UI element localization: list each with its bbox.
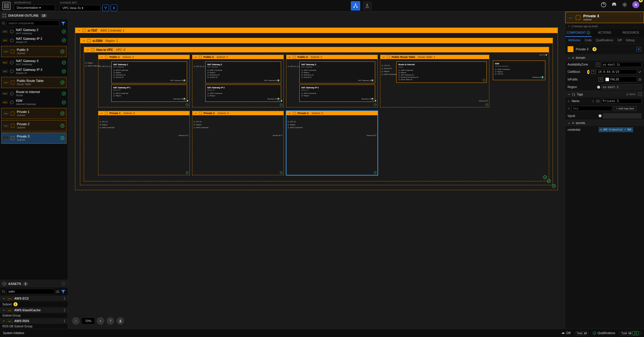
check-icon [62,38,66,42]
workspace-select[interactable]: Documentation ▾ [14,5,55,11]
zoom-in-icon[interactable]: + [97,317,104,325]
footer-qualifications[interactable]: Qualifications [593,331,615,335]
subtab-diff[interactable]: Diff [617,39,622,42]
frame-toggle-icon[interactable] [636,46,642,52]
tag-key-input[interactable] [572,106,612,111]
assets-help-icon[interactable]: ? [61,282,65,286]
section-secrets[interactable]: ≡ secrets [565,120,644,126]
svg-point-32 [61,124,64,128]
prop-is-public: IsPublic TFALSE [565,75,644,83]
discord-icon[interactable] [611,2,617,8]
frame-credential[interactable]: si-7537AWS Credential: 1 si-5304Region: … [75,27,558,190]
function-icon[interactable]: ƒ() [596,99,599,103]
credential-value[interactable]: ⊙ AWS Credential / AWS [599,127,633,132]
subnet-frame[interactable]: Public 2Subnet: 2 VPC IDRegionAWS Creden… [192,55,284,107]
diagram-canvas[interactable]: si-7537AWS Credential: 1 si-5304Region: … [68,12,565,329]
subtab-code[interactable]: Code [585,39,592,42]
clear-icon[interactable] [638,78,642,81]
asset-group[interactable]: awsAWS ElastiCache1 [0,307,68,313]
availability-zone-input[interactable] [601,62,642,67]
node-nat-gateway[interactable]: NAT Gateway 3NAT GatewayAWS CredentialRe… [299,61,375,83]
node-igw[interactable]: IGWInternet GatewayAWS CredentialRegionV… [493,61,545,80]
help-icon[interactable] [601,2,607,8]
svg-rect-67 [576,15,580,20]
asset-group[interactable]: awsAWS RDS1 [0,318,68,324]
node-elastic-ip[interactable]: NAT Gateway IP 3Elastic IPAWS Credential… [299,85,375,102]
outline-item[interactable]: aws Private 2Subnet [1,120,66,131]
outline-item[interactable]: aws IGWInternet Gateway [0,98,68,107]
app-logo[interactable] [2,2,11,10]
delete-icon[interactable] [111,5,117,11]
frame-vpc[interactable]: How to VPCVPC: 8 RegionAWS Credential VP… [84,47,549,181]
delete-tag-icon[interactable] [592,100,594,103]
node-nat-gateway[interactable]: NAT Gateway 2NAT GatewayAWS CredentialRe… [205,61,281,83]
node-elastic-ip[interactable]: NAT Gateway IP 1Elastic IPAWS Credential… [111,85,187,102]
outline-item[interactable]: aws NAT Gateway 2NAT Gateway [0,27,68,36]
component-name-row: Private 3 2 4 [565,44,644,54]
search-icon [2,22,5,25]
subnet-frame[interactable]: Private 2Subnet: 0 VPC IDRegionAWS Crede… [192,111,284,175]
gear-icon[interactable] [622,2,628,8]
cidr-block-input[interactable] [597,69,637,74]
clear-search-icon[interactable] [56,290,59,293]
asset-item[interactable]: Subnet Group [0,313,68,318]
outline-item[interactable]: aws Private 1Subnet [1,108,66,119]
outline-item[interactable]: aws Public Route TableRoute Table [1,77,66,88]
avatar[interactable]: N [632,1,639,8]
node-elastic-ip[interactable]: NAT Gateway IP 2Elastic IPAWS Credential… [205,85,281,102]
color-swatch[interactable] [568,46,573,52]
svg-rect-39 [83,29,86,32]
download-icon[interactable] [117,317,124,325]
asset-group[interactable]: awsAWS EC21 [0,295,68,301]
check-icon [60,80,64,85]
tag-name-row: ↳Name ƒ() [565,97,644,105]
tab-resource[interactable]: RESOURCE [618,29,644,37]
is-public-checkbox[interactable] [605,78,609,81]
outline-item[interactable]: aws Public 3Subnet [1,46,66,57]
outline-title: DIAGRAM OUTLINE [8,14,39,17]
tab-component[interactable]: COMPONENT [565,29,592,37]
changeset-select[interactable]: VPC How-To ▾ [60,5,101,11]
subnet-frame[interactable]: Private 1Subnet: 0 VPC IDRegionAWS Crede… [98,111,190,175]
zoom-out-icon[interactable]: − [72,317,80,325]
outline-search-input[interactable] [6,20,59,26]
node-route[interactable]: Route to InternetRouteAWS CredentialRegi… [396,61,487,83]
subnet-frame[interactable]: Public 1Subnet: 2 VPC IDRegionAWS Creden… [98,55,190,107]
subtab-attributes[interactable]: Attributes [568,39,580,42]
frame-icon [10,111,15,116]
subtab-qualifications[interactable]: Qualifications [596,39,613,42]
node-nat-gateway[interactable]: NAT Gateway 1NAT GatewayAWS CredentialRe… [111,61,187,83]
outline-item[interactable]: aws NAT Gateway IP 3Elastic IP [0,67,68,76]
lab-view-icon[interactable] [363,1,372,11]
svg-point-13 [624,4,626,6]
add-map-item-button[interactable]: + Add map item [614,106,636,111]
section-domain[interactable]: ≡ domain [565,55,644,61]
frame-region[interactable]: si-5304Region: 1 How to VPCVPC: 8 Region… [80,38,553,185]
outline-item[interactable]: aws Private 3Subnet [1,133,66,144]
diagram-view-icon[interactable] [351,1,360,11]
footer-diff[interactable]: Diff [561,331,571,335]
asset-item[interactable]: Subnet1 [0,301,68,307]
subtab-debug[interactable]: Debug [626,39,634,42]
outline-item[interactable]: aws Route to InternetRoute [0,89,68,98]
section-tags[interactable]: { } Tags(1 item) [565,91,644,97]
menu-icon[interactable]: ⋮ [639,14,642,18]
aws-icon: aws [3,81,8,84]
subnet-frame[interactable]: Public 3Subnet: 2 VPC IDRegionAWS Creden… [286,55,378,107]
outline-item[interactable]: aws NAT Gateway 3NAT Gateway [0,58,68,67]
tag-value-input[interactable] [601,99,642,104]
filter-icon[interactable] [61,21,66,26]
outline-item[interactable]: aws NAT Gateway IP 2Elastic IP [0,36,68,45]
expand-icon[interactable] [638,92,642,96]
svg-point-19 [62,30,66,33]
asset-item[interactable]: RDS DB Subnet Group [0,324,68,329]
subnet-frame[interactable]: Private 3Subnet: 0 VPC IDRegionAWS Crede… [286,111,378,175]
outline-icon [2,13,6,18]
assets-search-input[interactable] [6,289,55,294]
tab-actions[interactable]: ACTIONS [592,29,618,37]
merge-icon[interactable] [103,5,109,11]
canvas-help-icon[interactable]: ? [107,317,114,325]
svg-point-44 [183,98,186,100]
filter-icon[interactable] [61,289,66,294]
route-table-frame[interactable]: Public Route TableRoute Table: 1 VPC IDS… [380,55,489,107]
